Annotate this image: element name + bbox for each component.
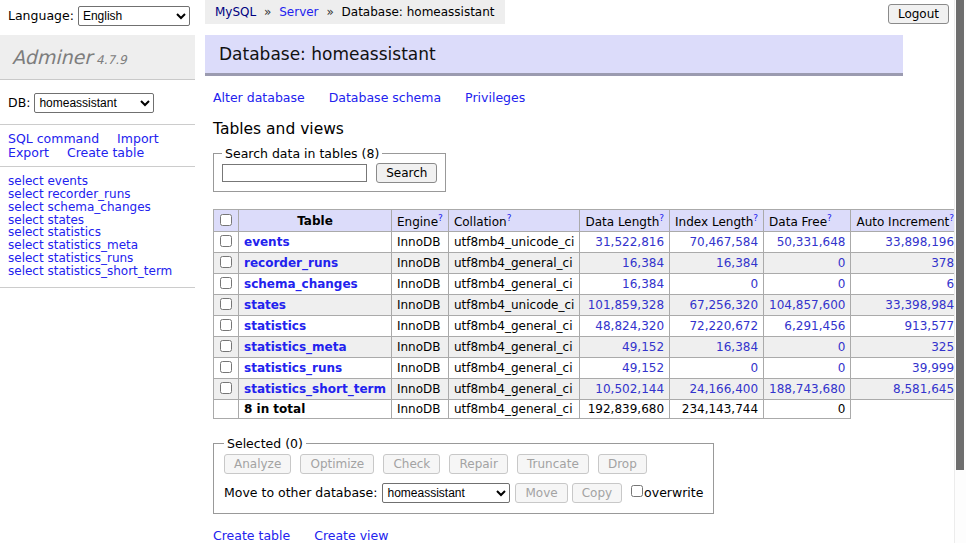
help-link-icon[interactable]: ? <box>753 213 758 223</box>
table-row: events InnoDB utf8mb4_unicode_ci 31,522,… <box>214 232 966 253</box>
row-select-checkbox[interactable] <box>220 382 232 394</box>
collation-cell: utf8mb4_unicode_ci <box>448 295 580 316</box>
search-legend: Search data in tables (8) <box>222 146 382 161</box>
sidebar: Language: English Adminer4.7.9 DB: homea… <box>0 0 195 288</box>
copy-button[interactable]: Copy <box>572 483 622 503</box>
create-view-link[interactable]: Create view <box>314 528 388 543</box>
data-free-cell: 50,331,648 <box>764 232 851 253</box>
db-select[interactable]: homeassistant <box>34 93 154 113</box>
app-name: Adminer <box>12 46 92 68</box>
collation-cell: utf8mb4_general_ci <box>448 316 580 337</box>
help-link-icon[interactable]: ? <box>438 213 443 223</box>
table-header-row: Table Engine? Collation? Data Length? In… <box>214 210 966 232</box>
alter-database-link[interactable]: Alter database <box>213 90 305 105</box>
column-header-table: Table <box>239 210 392 232</box>
data-free-cell: 0 <box>764 337 851 358</box>
app-logo: Adminer4.7.9 <box>0 35 195 80</box>
move-button[interactable]: Move <box>515 483 567 503</box>
data-free-cell: 188,743,680 <box>764 379 851 400</box>
index-length-cell: 16,384 <box>670 253 764 274</box>
table-link-statistics-short-term[interactable]: statistics_short_term <box>244 382 386 396</box>
scrollbar-thumb[interactable] <box>956 0 964 470</box>
table-link-statistics-runs[interactable]: statistics_runs <box>244 361 342 375</box>
check-button[interactable]: Check <box>383 454 440 474</box>
engine-cell: InnoDB <box>391 274 448 295</box>
engine-cell: InnoDB <box>391 337 448 358</box>
privileges-link[interactable]: Privileges <box>465 90 525 105</box>
vertical-scrollbar <box>954 0 966 543</box>
create-links-row: Create table Create view <box>213 528 954 543</box>
optimize-button[interactable]: Optimize <box>300 454 374 474</box>
analyze-button[interactable]: Analyze <box>224 454 291 474</box>
engine-cell: InnoDB <box>391 316 448 337</box>
collation-cell: utf8mb4_general_ci <box>448 274 580 295</box>
language-row: Language: English <box>0 0 195 30</box>
overwrite-checkbox[interactable] <box>631 485 643 497</box>
adminer-app: Language: English Adminer4.7.9 DB: homea… <box>0 0 966 543</box>
selected-legend: Selected (0) <box>224 436 306 451</box>
table-link-statistics-meta[interactable]: statistics_meta <box>244 340 347 354</box>
move-database-select[interactable]: homeassistant <box>382 483 510 503</box>
repair-button[interactable]: Repair <box>449 454 507 474</box>
index-length-cell: 0 <box>670 358 764 379</box>
selected-fieldset: Selected (0) Analyze Optimize Check Repa… <box>213 436 714 514</box>
collation-cell: utf8mb4_general_ci <box>448 358 580 379</box>
create-table-link[interactable]: Create table <box>213 528 290 543</box>
help-link-icon[interactable]: ? <box>659 213 664 223</box>
drop-button[interactable]: Drop <box>598 454 647 474</box>
column-header-engine: Engine? <box>391 210 448 232</box>
auto-increment-cell: 378 <box>851 253 960 274</box>
search-input[interactable] <box>222 164 367 182</box>
help-link-icon[interactable]: ? <box>827 213 832 223</box>
collation-cell: utf8mb4_general_ci <box>448 337 580 358</box>
row-select-checkbox[interactable] <box>220 277 232 289</box>
table-link-statistics[interactable]: statistics <box>244 319 306 333</box>
help-link-icon[interactable]: ? <box>507 213 512 223</box>
search-fieldset: Search data in tables (8) Search <box>213 146 446 192</box>
sidebar-actions: SQL command Import Export Create table <box>0 124 195 166</box>
sidebar-item-select-statistics-short-term[interactable]: select statistics_short_term <box>8 264 172 278</box>
breadcrumb: MySQL » Server » Database: homeassistant <box>205 0 505 24</box>
table-link-events[interactable]: events <box>244 235 290 249</box>
row-select-checkbox[interactable] <box>220 340 232 352</box>
breadcrumb-link-server[interactable]: Server <box>279 5 318 19</box>
database-schema-link[interactable]: Database schema <box>329 90 441 105</box>
collation-cell: utf8mb4_general_ci <box>448 253 580 274</box>
sidebar-link-import[interactable]: Import <box>117 132 159 145</box>
data-length-cell: 10,502,144 <box>580 379 670 400</box>
row-select-checkbox[interactable] <box>220 235 232 247</box>
select-all-checkbox[interactable] <box>220 214 232 226</box>
engine-cell: InnoDB <box>391 295 448 316</box>
breadcrumb-current: Database: homeassistant <box>342 5 495 19</box>
collation-cell: utf8mb4_unicode_ci <box>448 232 580 253</box>
table-link-states[interactable]: states <box>244 298 286 312</box>
auto-increment-cell: 6 <box>851 274 960 295</box>
language-select[interactable]: English <box>78 6 190 26</box>
index-length-total: 234,143,744 <box>670 400 764 419</box>
move-label: Move to other database: <box>224 485 377 500</box>
language-label: Language: <box>8 8 74 23</box>
truncate-button[interactable]: Truncate <box>517 454 589 474</box>
auto-increment-cell: 325 <box>851 337 960 358</box>
column-header-data-free: Data Free? <box>764 210 851 232</box>
data-length-cell: 48,824,320 <box>580 316 670 337</box>
total-label: 8 in total <box>239 400 392 419</box>
row-select-checkbox[interactable] <box>220 256 232 268</box>
index-length-cell: 16,384 <box>670 337 764 358</box>
search-button[interactable]: Search <box>376 163 437 183</box>
breadcrumb-link-mysql[interactable]: MySQL <box>215 5 256 19</box>
table-row: recorder_runs InnoDB utf8mb4_general_ci … <box>214 253 966 274</box>
selected-buttons-row: Analyze Optimize Check Repair Truncate D… <box>224 454 703 474</box>
engine-cell: InnoDB <box>391 253 448 274</box>
row-select-checkbox[interactable] <box>220 361 232 373</box>
table-link-schema-changes[interactable]: schema_changes <box>244 277 358 291</box>
row-select-checkbox[interactable] <box>220 319 232 331</box>
sidebar-link-export[interactable]: Export <box>8 146 49 159</box>
sidebar-link-create-table[interactable]: Create table <box>67 146 144 159</box>
move-row: Move to other database:homeassistantMove… <box>224 483 703 503</box>
row-select-checkbox[interactable] <box>220 298 232 310</box>
table-link-recorder-runs[interactable]: recorder_runs <box>244 256 338 270</box>
header-checkbox-cell <box>214 210 239 232</box>
logout-button[interactable]: Logout <box>888 4 949 24</box>
sidebar-link-sql-command[interactable]: SQL command <box>8 132 99 145</box>
